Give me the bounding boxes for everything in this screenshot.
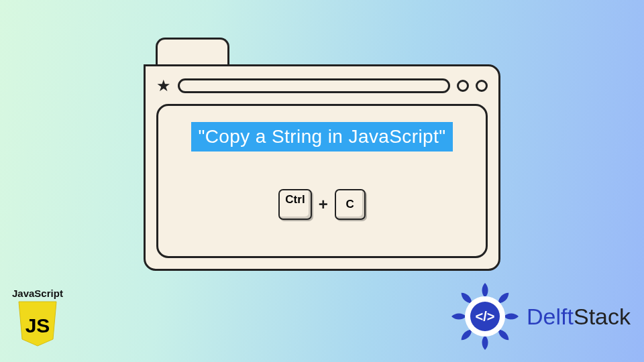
content-area: "Copy a String in JavaScript" Ctrl + C <box>156 104 488 258</box>
javascript-badge: JavaScript JS <box>12 288 63 350</box>
svg-point-1 <box>483 290 488 295</box>
tab-strip <box>144 38 500 64</box>
browser-window: ★ "Copy a String in JavaScript" Ctrl + C <box>144 38 500 271</box>
address-bar[interactable] <box>178 78 450 93</box>
window-body: ★ "Copy a String in JavaScript" Ctrl + C <box>144 64 500 271</box>
key-ctrl: Ctrl <box>278 189 311 220</box>
js-shield-icon: JS <box>16 300 59 347</box>
stack-word: Stack <box>574 304 631 330</box>
shortcut-row: Ctrl + C <box>278 189 365 220</box>
delft-word: Delft <box>527 304 574 330</box>
delftstack-mandala-icon: </> <box>449 280 521 353</box>
delftstack-logo: </> DelftStack <box>449 280 631 353</box>
svg-text:</>: </> <box>476 309 495 324</box>
window-control-1[interactable] <box>457 80 469 92</box>
selected-text: "Copy a String in JavaScript" <box>191 122 452 152</box>
delftstack-wordmark: DelftStack <box>527 304 631 330</box>
browser-tab[interactable] <box>156 38 229 64</box>
svg-point-7 <box>459 314 464 319</box>
key-c: C <box>335 189 366 220</box>
js-letters: JS <box>25 314 50 337</box>
toolbar: ★ <box>156 76 488 96</box>
plus-icon: + <box>319 195 328 214</box>
svg-point-5 <box>483 339 488 343</box>
javascript-label: JavaScript <box>12 288 63 299</box>
bookmark-star-icon[interactable]: ★ <box>156 78 171 94</box>
window-control-2[interactable] <box>476 80 488 92</box>
svg-point-3 <box>507 314 512 319</box>
